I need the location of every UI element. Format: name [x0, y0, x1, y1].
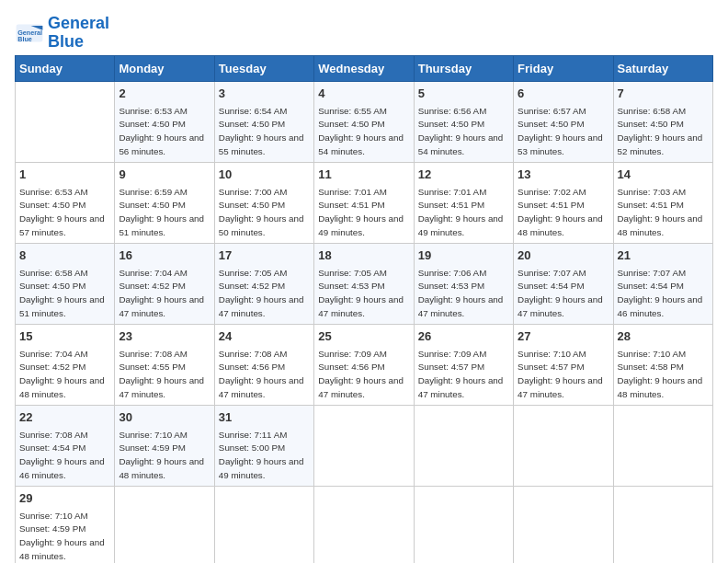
logo: General Blue General Blue	[15, 15, 109, 52]
day-cell: 20 Sunrise: 7:07 AMSunset: 4:54 PMDaylig…	[514, 243, 613, 324]
header-friday: Friday	[514, 55, 613, 81]
header-wednesday: Wednesday	[314, 55, 414, 81]
logo-text: General Blue	[48, 15, 109, 52]
day-number: 6	[518, 86, 609, 102]
day-cell: 12 Sunrise: 7:01 AMSunset: 4:51 PMDaylig…	[414, 162, 513, 243]
day-info: Sunrise: 7:06 AMSunset: 4:53 PMDaylight:…	[418, 268, 504, 318]
day-number: 28	[618, 328, 709, 345]
day-number: 22	[19, 409, 110, 426]
day-number: 14	[618, 167, 709, 183]
day-info: Sunrise: 6:59 AMSunset: 4:50 PMDaylight:…	[119, 187, 204, 237]
day-cell: 26 Sunrise: 7:09 AMSunset: 4:57 PMDaylig…	[414, 324, 513, 405]
day-cell: 6 Sunrise: 6:57 AMSunset: 4:50 PMDayligh…	[514, 81, 613, 162]
day-cell: 16 Sunrise: 7:04 AMSunset: 4:52 PMDaylig…	[115, 243, 214, 324]
day-info: Sunrise: 7:08 AMSunset: 4:54 PMDaylight:…	[19, 430, 105, 480]
day-cell: 23 Sunrise: 7:08 AMSunset: 4:55 PMDaylig…	[115, 324, 214, 405]
calendar-header-row: SundayMondayTuesdayWednesdayThursdayFrid…	[16, 55, 713, 81]
day-cell	[613, 486, 712, 563]
week-row-2: 1 Sunrise: 6:53 AMSunset: 4:50 PMDayligh…	[16, 162, 713, 243]
day-info: Sunrise: 6:58 AMSunset: 4:50 PMDaylight:…	[618, 106, 703, 156]
day-number: 11	[318, 167, 409, 183]
day-number: 5	[418, 86, 509, 102]
week-row-6: 29 Sunrise: 7:10 AMSunset: 4:59 PMDaylig…	[16, 486, 713, 563]
day-cell: 30 Sunrise: 7:10 AMSunset: 4:59 PMDaylig…	[115, 405, 214, 486]
header-monday: Monday	[115, 55, 214, 81]
day-cell: 29 Sunrise: 7:10 AMSunset: 4:59 PMDaylig…	[16, 486, 115, 563]
day-cell: 31 Sunrise: 7:11 AMSunset: 5:00 PMDaylig…	[214, 405, 313, 486]
day-cell: 4 Sunrise: 6:55 AMSunset: 4:50 PMDayligh…	[314, 81, 414, 162]
day-cell	[514, 486, 613, 563]
week-row-1: 2 Sunrise: 6:53 AMSunset: 4:50 PMDayligh…	[16, 81, 713, 162]
day-cell	[414, 405, 513, 486]
day-number: 15	[19, 328, 110, 345]
day-info: Sunrise: 7:01 AMSunset: 4:51 PMDaylight:…	[418, 187, 504, 237]
day-cell	[613, 405, 712, 486]
day-cell: 7 Sunrise: 6:58 AMSunset: 4:50 PMDayligh…	[613, 81, 712, 162]
day-number: 4	[318, 86, 409, 102]
day-cell: 14 Sunrise: 7:03 AMSunset: 4:51 PMDaylig…	[613, 162, 712, 243]
day-info: Sunrise: 6:53 AMSunset: 4:50 PMDaylight:…	[119, 106, 204, 156]
day-number: 1	[19, 167, 110, 183]
svg-text:Blue: Blue	[17, 35, 32, 43]
day-number: 25	[318, 328, 409, 345]
day-info: Sunrise: 7:10 AMSunset: 4:57 PMDaylight:…	[518, 349, 603, 399]
day-cell	[115, 486, 214, 563]
calendar-table: SundayMondayTuesdayWednesdayThursdayFrid…	[15, 55, 713, 563]
day-info: Sunrise: 7:05 AMSunset: 4:53 PMDaylight:…	[318, 268, 404, 318]
header-thursday: Thursday	[414, 55, 513, 81]
day-number: 31	[219, 409, 310, 426]
day-info: Sunrise: 7:04 AMSunset: 4:52 PMDaylight:…	[119, 268, 204, 318]
day-number: 8	[19, 247, 110, 264]
day-info: Sunrise: 7:00 AMSunset: 4:50 PMDaylight:…	[219, 187, 304, 237]
day-cell: 13 Sunrise: 7:02 AMSunset: 4:51 PMDaylig…	[514, 162, 613, 243]
day-cell	[414, 486, 513, 563]
week-row-5: 22 Sunrise: 7:08 AMSunset: 4:54 PMDaylig…	[16, 405, 713, 486]
day-number: 3	[219, 86, 310, 102]
day-info: Sunrise: 7:09 AMSunset: 4:56 PMDaylight:…	[318, 349, 404, 399]
day-cell: 27 Sunrise: 7:10 AMSunset: 4:57 PMDaylig…	[514, 324, 613, 405]
day-cell: 24 Sunrise: 7:08 AMSunset: 4:56 PMDaylig…	[214, 324, 313, 405]
day-info: Sunrise: 7:10 AMSunset: 4:59 PMDaylight:…	[19, 511, 105, 561]
day-info: Sunrise: 7:02 AMSunset: 4:51 PMDaylight:…	[518, 187, 603, 237]
day-number: 17	[219, 247, 310, 264]
day-info: Sunrise: 7:04 AMSunset: 4:52 PMDaylight:…	[19, 349, 105, 399]
day-cell: 1 Sunrise: 6:53 AMSunset: 4:50 PMDayligh…	[16, 162, 115, 243]
day-info: Sunrise: 7:05 AMSunset: 4:52 PMDaylight:…	[219, 268, 304, 318]
header: General Blue General Blue	[15, 15, 713, 52]
day-number: 24	[219, 328, 310, 345]
day-info: Sunrise: 7:10 AMSunset: 4:59 PMDaylight:…	[119, 430, 204, 480]
day-info: Sunrise: 6:57 AMSunset: 4:50 PMDaylight:…	[518, 106, 603, 156]
day-cell: 15 Sunrise: 7:04 AMSunset: 4:52 PMDaylig…	[16, 324, 115, 405]
day-cell: 21 Sunrise: 7:07 AMSunset: 4:54 PMDaylig…	[613, 243, 712, 324]
day-info: Sunrise: 7:08 AMSunset: 4:56 PMDaylight:…	[219, 349, 304, 399]
day-cell: 18 Sunrise: 7:05 AMSunset: 4:53 PMDaylig…	[314, 243, 414, 324]
day-cell: 28 Sunrise: 7:10 AMSunset: 4:58 PMDaylig…	[613, 324, 712, 405]
day-info: Sunrise: 7:03 AMSunset: 4:51 PMDaylight:…	[618, 187, 703, 237]
day-number: 18	[318, 247, 409, 264]
day-cell: 8 Sunrise: 6:58 AMSunset: 4:50 PMDayligh…	[16, 243, 115, 324]
day-cell	[16, 81, 115, 162]
header-saturday: Saturday	[613, 55, 712, 81]
day-cell	[214, 486, 313, 563]
day-number: 27	[518, 328, 609, 345]
week-row-4: 15 Sunrise: 7:04 AMSunset: 4:52 PMDaylig…	[16, 324, 713, 405]
day-cell: 19 Sunrise: 7:06 AMSunset: 4:53 PMDaylig…	[414, 243, 513, 324]
day-number: 12	[418, 167, 509, 183]
day-number: 2	[119, 86, 210, 102]
day-number: 23	[119, 328, 210, 345]
day-info: Sunrise: 6:56 AMSunset: 4:50 PMDaylight:…	[418, 106, 504, 156]
day-number: 10	[219, 167, 310, 183]
day-cell: 3 Sunrise: 6:54 AMSunset: 4:50 PMDayligh…	[214, 81, 313, 162]
day-info: Sunrise: 7:08 AMSunset: 4:55 PMDaylight:…	[119, 349, 204, 399]
day-number: 7	[618, 86, 709, 102]
day-info: Sunrise: 6:53 AMSunset: 4:50 PMDaylight:…	[19, 187, 105, 237]
day-cell: 25 Sunrise: 7:09 AMSunset: 4:56 PMDaylig…	[314, 324, 414, 405]
day-info: Sunrise: 6:54 AMSunset: 4:50 PMDaylight:…	[219, 106, 304, 156]
day-number: 30	[119, 409, 210, 426]
week-row-3: 8 Sunrise: 6:58 AMSunset: 4:50 PMDayligh…	[16, 243, 713, 324]
day-number: 21	[618, 247, 709, 264]
day-cell: 17 Sunrise: 7:05 AMSunset: 4:52 PMDaylig…	[214, 243, 313, 324]
day-info: Sunrise: 7:11 AMSunset: 5:00 PMDaylight:…	[219, 430, 304, 480]
day-cell	[514, 405, 613, 486]
day-number: 26	[418, 328, 509, 345]
